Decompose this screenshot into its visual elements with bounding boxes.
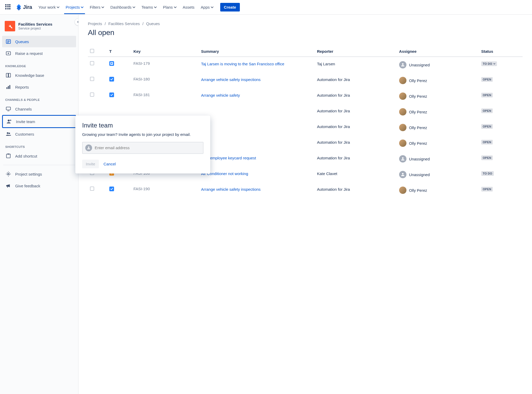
table-row[interactable]: FASI-179Taj Larsen is moving to the San …	[88, 57, 523, 73]
raise-request-icon	[5, 50, 12, 56]
status-badge[interactable]: OPEN	[481, 155, 493, 160]
nav-item-plans[interactable]: Plans	[160, 3, 179, 11]
select-all-checkbox[interactable]	[90, 49, 94, 53]
sidebar-item-label: Project settings	[15, 172, 42, 176]
megaphone-icon	[5, 183, 12, 189]
sidebar-item-invite-team[interactable]: Invite team	[2, 115, 76, 128]
jira-mark-icon	[16, 4, 22, 10]
nav-item-dashboards[interactable]: Dashboards	[108, 3, 138, 11]
sidebar-item-label: Give feedback	[15, 184, 40, 188]
chevron-down-icon	[493, 63, 495, 65]
issue-summary-link[interactable]: Arrange vehicle safety inspections	[201, 77, 261, 82]
nav-item-projects[interactable]: Projects	[63, 3, 86, 11]
issue-summary-link[interactable]: Taj Larsen is moving to the San Francisc…	[201, 62, 284, 66]
assignee-name: Olly Perez	[409, 141, 427, 146]
column-header-summary[interactable]: Summary	[199, 46, 315, 57]
column-header-assignee[interactable]: Assignee	[397, 46, 479, 57]
sidebar-item-label: Customers	[15, 132, 34, 136]
monitor-icon	[5, 106, 12, 112]
reporter-name: Automation for Jira	[317, 124, 350, 129]
row-checkbox[interactable]	[90, 61, 94, 65]
main-content: Projects/Facilities Services/Queues All …	[78, 15, 532, 394]
row-checkbox[interactable]	[90, 77, 94, 81]
sidebar-item-reports[interactable]: Reports	[2, 81, 76, 93]
wrench-icon	[7, 23, 13, 29]
sidebar-item-give-feedback[interactable]: Give feedback	[2, 180, 76, 192]
nav-item-your-work[interactable]: Your work	[36, 3, 62, 11]
sidebar-item-add-shortcut[interactable]: +Add shortcut	[2, 150, 76, 162]
assignee-name: Unassigned	[409, 157, 430, 161]
column-header-reporter[interactable]: Reporter	[315, 46, 397, 57]
svg-rect-9	[9, 85, 10, 89]
status-badge[interactable]: OPEN	[481, 187, 493, 192]
row-checkbox[interactable]	[90, 187, 94, 191]
project-header[interactable]: Facilities Services Service project	[2, 20, 76, 36]
column-header-key[interactable]: Key	[131, 46, 199, 57]
svg-rect-7	[7, 87, 8, 89]
table-row[interactable]: FASI-180Arrange vehicle safety inspectio…	[88, 73, 523, 88]
issue-key[interactable]: FASI-181	[133, 92, 150, 97]
sidebar-item-customers[interactable]: Customers	[2, 128, 76, 140]
avatar-unassigned	[399, 171, 406, 178]
breadcrumb-item[interactable]: Projects	[88, 21, 102, 26]
reporter-name: Automation for Jira	[317, 140, 350, 144]
table-row[interactable]: FASI-190Arrange vehicle safety inspectio…	[88, 182, 523, 198]
svg-text:+: +	[10, 153, 11, 156]
sidebar-item-raise-a-request[interactable]: Raise a request	[2, 48, 76, 59]
status-badge[interactable]: OPEN	[481, 77, 493, 82]
app-switcher-icon[interactable]	[5, 4, 12, 10]
cancel-button[interactable]: Cancel	[103, 160, 117, 168]
svg-rect-8	[8, 86, 9, 89]
assignee-name: Olly Perez	[409, 94, 427, 98]
nav-item-teams[interactable]: Teams	[139, 3, 159, 11]
jira-logo[interactable]: Jira	[16, 4, 32, 10]
column-header-type[interactable]: T	[107, 46, 131, 57]
reporter-name: Automation for Jira	[317, 109, 350, 113]
breadcrumb-separator: /	[105, 21, 106, 26]
sidebar-item-label: Reports	[15, 85, 29, 89]
breadcrumb-separator: /	[142, 21, 143, 26]
status-badge[interactable]: OPEN	[481, 108, 493, 113]
issue-summary-link[interactable]: Arrange vehicle safety	[201, 93, 240, 97]
issue-type-move-icon	[109, 61, 114, 66]
queues-icon	[5, 38, 12, 45]
email-input-wrapper[interactable]	[82, 142, 203, 154]
jira-wordmark: Jira	[23, 4, 32, 10]
issue-key[interactable]: FASI-180	[133, 77, 150, 81]
sidebar-item-label: Queues	[15, 39, 29, 44]
status-badge[interactable]: TO DO	[481, 171, 494, 176]
svg-point-23	[111, 174, 112, 175]
issue-key[interactable]: FASI-190	[133, 187, 150, 191]
breadcrumb: Projects/Facilities Services/Queues	[88, 21, 523, 26]
create-button[interactable]: Create	[220, 3, 240, 11]
sidebar-item-queues[interactable]: Queues	[2, 36, 76, 47]
issue-key[interactable]: FASI-179	[133, 61, 150, 66]
breadcrumb-item[interactable]: Queues	[146, 21, 160, 26]
email-input[interactable]	[95, 146, 200, 150]
table-row[interactable]: FASI-181Arrange vehicle safetyAutomation…	[88, 88, 523, 104]
svg-rect-10	[6, 107, 11, 110]
nav-item-assets[interactable]: Assets	[180, 3, 197, 11]
issue-summary-link[interactable]: Arrange vehicle safety inspections	[201, 187, 261, 192]
avatar	[399, 124, 406, 131]
project-icon	[5, 21, 15, 31]
breadcrumb-item[interactable]: Facilities Services	[108, 21, 140, 26]
status-badge[interactable]: OPEN	[481, 140, 493, 144]
reporter-name: Kate Clavet	[317, 171, 337, 176]
nav-item-apps[interactable]: Apps	[198, 3, 216, 11]
sidebar-item-project-settings[interactable]: Project settings	[2, 168, 76, 180]
invite-button[interactable]: Invite	[82, 160, 99, 168]
status-badge[interactable]: OPEN	[481, 93, 493, 97]
popover-body: Growing your team? Invite agents to join…	[82, 132, 203, 138]
status-badge[interactable]: OPEN	[481, 124, 493, 129]
sidebar-item-knowledge-base[interactable]: Knowledge base	[2, 69, 76, 81]
row-checkbox[interactable]	[90, 92, 94, 97]
column-header-status[interactable]: Status	[479, 46, 523, 57]
nav-item-filters[interactable]: Filters	[87, 3, 107, 11]
assignee-name: Olly Perez	[409, 125, 427, 130]
bar-chart-icon	[5, 84, 12, 90]
sidebar-item-channels[interactable]: Channels	[2, 103, 76, 115]
status-badge[interactable]: TO DO	[481, 61, 497, 66]
assignee-name: Olly Perez	[409, 110, 427, 114]
reporter-name: Automation for Jira	[317, 77, 350, 82]
